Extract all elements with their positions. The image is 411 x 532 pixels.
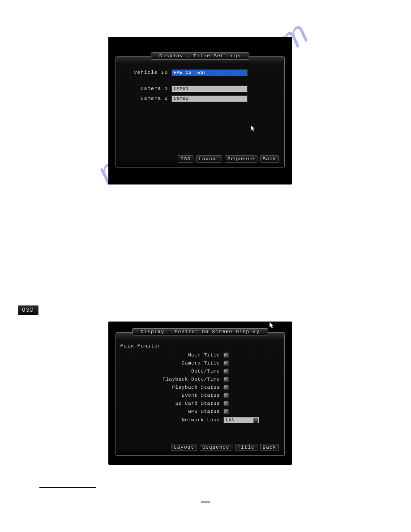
gps-status-label: GPS Status <box>116 409 220 414</box>
osd-button[interactable]: OSD <box>178 155 193 163</box>
sequence-button[interactable]: Sequence <box>200 444 232 451</box>
network-loss-row: Network Loss LAN <box>116 416 284 424</box>
date-time-label: Date/Time <box>116 369 220 374</box>
title-settings-panel: Display - Title Settings Vehicle ID FAE_… <box>116 56 285 167</box>
back-button[interactable]: Back <box>260 155 279 163</box>
main-title-checkbox[interactable] <box>223 352 229 358</box>
screenshot-osd: Display - Monitor On-Screen Display Main… <box>108 322 292 465</box>
event-status-label: Event Status <box>116 393 220 398</box>
camera1-label: Camera 1 <box>128 86 168 91</box>
panel-title: Display - Title Settings <box>151 52 249 60</box>
sd-card-status-row: SD Card Status <box>116 400 284 407</box>
layout-button[interactable]: Layout <box>171 444 197 451</box>
date-time-row: Date/Time <box>116 368 284 374</box>
event-status-row: Event Status <box>116 392 284 399</box>
page-number-dash <box>201 502 210 502</box>
vehicle-id-row: Vehicle ID FAE_C3_TEST <box>128 69 284 77</box>
screenshot-title-settings: Display - Title Settings Vehicle ID FAE_… <box>108 37 292 184</box>
camera2-row: Camera 2 Cam02 <box>128 94 284 103</box>
playback-status-checkbox[interactable] <box>223 385 229 390</box>
camera-title-row: Camera Title <box>116 360 284 366</box>
vehicle-id-label: Vehicle ID <box>128 70 168 75</box>
main-title-row: Main Title <box>116 352 284 358</box>
title-button[interactable]: Title <box>235 444 257 451</box>
event-status-checkbox[interactable] <box>223 393 229 398</box>
main-monitor-label: Main Monitor <box>116 343 284 352</box>
back-button[interactable]: Back <box>260 444 279 451</box>
osd-label-image: OSD <box>18 305 39 315</box>
network-loss-label: Network Loss <box>116 417 220 423</box>
gps-status-checkbox[interactable] <box>223 409 229 414</box>
gps-status-row: GPS Status <box>116 408 284 415</box>
sd-card-status-label: SD Card Status <box>116 401 220 406</box>
osd-panel: Display - Monitor On-Screen Display Main… <box>116 332 285 456</box>
date-time-checkbox[interactable] <box>223 369 229 374</box>
camera1-row: Camera 1 CAM01 <box>128 85 284 93</box>
playback-date-time-label: Playback Date/Time <box>116 377 220 382</box>
vehicle-id-input[interactable]: FAE_C3_TEST <box>171 69 248 76</box>
layout-button[interactable]: Layout <box>196 155 222 163</box>
sequence-button[interactable]: Sequence <box>225 155 257 163</box>
playback-status-row: Playback Status <box>116 384 284 390</box>
camera-title-checkbox[interactable] <box>223 360 229 366</box>
spacer <box>116 78 284 83</box>
playback-date-time-checkbox[interactable] <box>223 377 229 382</box>
playback-status-label: Playback Status <box>116 385 220 390</box>
sd-card-status-checkbox[interactable] <box>223 401 229 406</box>
playback-date-time-row: Playback Date/Time <box>116 376 284 382</box>
camera-title-label: Camera Title <box>116 360 220 366</box>
osd-panel-title: Display - Monitor On-Screen Display <box>132 328 268 335</box>
underline-decoration <box>39 487 96 488</box>
camera2-label: Camera 2 <box>128 96 168 101</box>
network-loss-select[interactable]: LAN <box>223 417 259 423</box>
main-title-label: Main Title <box>116 352 220 358</box>
title-settings-nav: OSD Layout Sequence Back <box>178 155 279 163</box>
camera2-input[interactable]: Cam02 <box>171 95 248 102</box>
osd-nav: Layout Sequence Title Back <box>171 444 279 451</box>
camera1-input[interactable]: CAM01 <box>171 86 248 92</box>
page: manualshive.com Display - Title Settings… <box>0 0 411 532</box>
